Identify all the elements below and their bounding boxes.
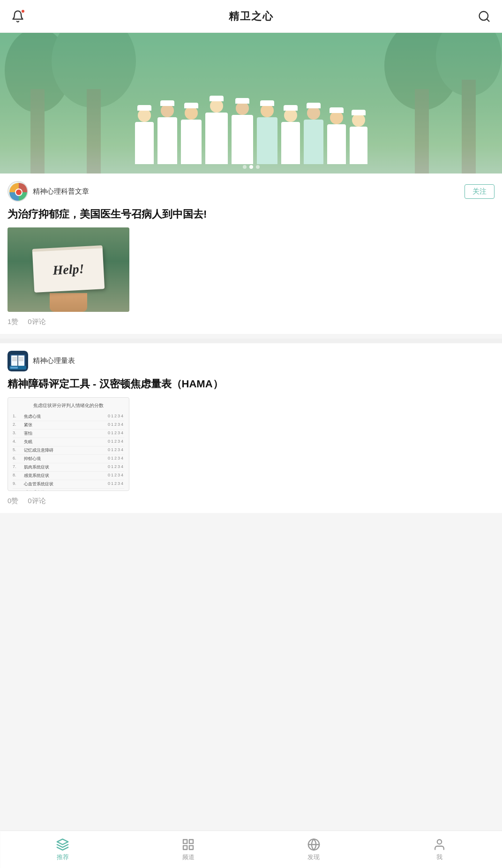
notification-dot [21,9,25,14]
nav-label-me: 我 [436,853,442,861]
source-name-2: 精神心理量表 [33,356,75,365]
nav-label-discover: 发现 [307,853,320,861]
scale-table-row: 6. 抑郁心境 01234 [13,455,124,463]
scale-likes: 0赞 [7,497,18,506]
article-thumbnail-1[interactable]: Help! [7,227,129,312]
nav-item-discover[interactable]: 发现 [251,831,377,868]
scale-comments: 0评论 [28,497,45,506]
main-content: 精神心理科普文章 关注 为治疗抑郁症，美国医生号召病人到中国去! Help! 1… [0,33,502,551]
source-name-1: 精神心理科普文章 [33,187,89,196]
separator [0,339,502,343]
bottom-navigation: 推荐 频道 发现 [0,830,502,868]
layers-icon [56,838,69,851]
article-title-1[interactable]: 为治疗抑郁症，美国医生号召病人到中国去! [7,207,495,222]
banner-dot-2[interactable] [249,165,253,169]
svg-line-1 [487,19,489,21]
article-source[interactable]: 精神心理科普文章 [7,181,89,202]
search-button[interactable] [476,8,493,25]
nav-item-home[interactable]: 推荐 [0,831,126,868]
svg-rect-27 [183,839,187,843]
scale-table-row: 4. 失眠 01234 [13,438,124,446]
scale-table-title: 焦虑症状评分评判人情绪化的分数 [13,402,124,409]
svg-point-13 [16,189,22,195]
article-card-1-header: 精神心理科普文章 关注 [7,181,495,202]
scale-title[interactable]: 精神障碍评定工具 - 汉密顿焦虑量表（HAMA） [7,377,495,392]
article-card-2: 精神心理量表 精神障碍评定工具 - 汉密顿焦虑量表（HAMA） 焦虑症状评分评判… [0,343,502,513]
nav-label-home: 推荐 [57,853,69,861]
notification-button[interactable] [9,8,26,25]
svg-marker-26 [57,839,68,845]
svg-rect-25 [10,367,18,369]
scale-table-row: 2. 紧张 01234 [13,421,124,430]
scale-table-row: 3. 害怕 01234 [13,430,124,438]
scale-table-row: 5. 记忆或注意障碍 01234 [13,446,124,455]
app-title: 精卫之心 [229,9,274,23]
article-likes-1: 1赞 [7,317,18,326]
scale-rows: 1. 焦虑心境 01234 2. 紧张 01234 3. 害怕 01234 4.… [13,413,124,491]
nav-item-channel[interactable]: 频道 [126,831,251,868]
user-icon [433,838,446,851]
banner-nurses [0,99,502,164]
source-avatar-1 [7,181,28,202]
source-avatar-2 [7,351,28,371]
article-card-1: 精神心理科普文章 关注 为治疗抑郁症，美国医生号召病人到中国去! Help! 1… [0,174,502,334]
banner-dot-3[interactable] [256,165,260,169]
globe-icon [307,838,320,851]
article-stats-2: 0赞 0评论 [7,497,495,506]
scale-table-row: 7. 肌肉系统症状 01234 [13,463,124,472]
banner-dots [243,165,260,169]
svg-point-33 [437,839,441,844]
article-stats-1: 1赞 0评论 [7,317,495,326]
nav-item-me[interactable]: 我 [376,831,502,868]
scale-thumbnail[interactable]: 焦虑症状评分评判人情绪化的分数 1. 焦虑心境 01234 2. 紧张 0123… [7,397,129,491]
scale-table-row: 10. 呼吸系症状 01234 [13,489,124,491]
article-comments-1: 0评论 [28,317,45,326]
banner-dot-1[interactable] [243,165,247,169]
help-sign: Help! [32,247,105,293]
app-header: 精卫之心 [0,0,502,33]
scale-table-row: 9. 心血管系统症状 01234 [13,480,124,489]
nav-label-channel: 频道 [182,853,195,861]
svg-rect-28 [189,839,193,843]
hero-banner[interactable] [0,33,502,174]
grid-icon [182,838,195,851]
svg-rect-29 [183,845,187,849]
follow-button-1[interactable]: 关注 [465,184,495,199]
svg-rect-30 [189,845,193,849]
scale-table-row: 8. 感觉系统症状 01234 [13,472,124,480]
scale-source[interactable]: 精神心理量表 [7,351,75,371]
scale-table-row: 1. 焦虑心境 01234 [13,413,124,421]
article-card-2-header: 精神心理量表 [7,351,495,371]
